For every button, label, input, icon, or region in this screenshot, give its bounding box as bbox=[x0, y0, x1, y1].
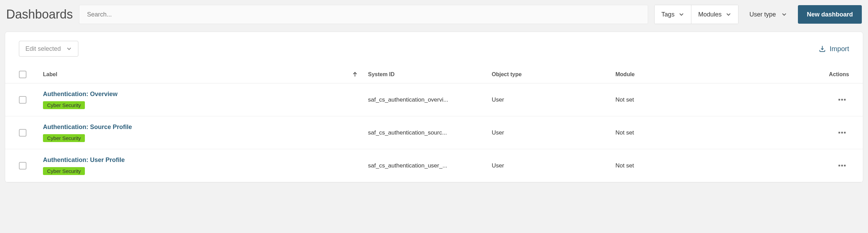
tags-filter[interactable]: Tags bbox=[655, 5, 691, 24]
table-row: Authentication: Overview Cyber Security … bbox=[5, 83, 863, 116]
card-toolbar: Edit selected Import bbox=[5, 41, 863, 66]
edit-selected-dropdown[interactable]: Edit selected bbox=[19, 41, 78, 57]
content-card: Edit selected Import Label System ID Obj… bbox=[5, 32, 863, 183]
col-system-id[interactable]: System ID bbox=[368, 71, 492, 78]
import-button[interactable]: Import bbox=[819, 45, 849, 53]
object-type-cell: User bbox=[492, 162, 615, 169]
chevron-down-icon bbox=[781, 12, 787, 17]
col-object-type[interactable]: Object type bbox=[492, 71, 615, 78]
row-checkbox[interactable] bbox=[19, 96, 26, 104]
user-type-label: User type bbox=[749, 11, 776, 18]
dashboard-link[interactable]: Authentication: Source Profile bbox=[43, 124, 132, 130]
dashboard-link[interactable]: Authentication: Overview bbox=[43, 91, 118, 97]
system-id-cell: saf_cs_authentication_overvi... bbox=[368, 96, 492, 103]
row-checkbox[interactable] bbox=[19, 129, 26, 137]
table-row: Authentication: Source Profile Cyber Sec… bbox=[5, 116, 863, 149]
module-cell: Not set bbox=[615, 96, 808, 103]
new-dashboard-button[interactable]: New dashboard bbox=[798, 5, 862, 24]
page-title: Dashboards bbox=[6, 7, 73, 22]
edit-selected-label: Edit selected bbox=[25, 45, 61, 53]
chevron-down-icon bbox=[726, 12, 731, 17]
col-module[interactable]: Module bbox=[615, 71, 808, 78]
modules-filter-label: Modules bbox=[698, 11, 722, 18]
dashboards-table: Label System ID Object type Module Actio… bbox=[5, 66, 863, 182]
system-id-cell: saf_cs_authentication_user_... bbox=[368, 162, 492, 169]
table-row: Authentication: User Profile Cyber Secur… bbox=[5, 149, 863, 182]
top-toolbar: Dashboards Tags Modules User type New da… bbox=[0, 0, 868, 32]
row-actions-button[interactable] bbox=[835, 161, 849, 170]
tag-badge: Cyber Security bbox=[43, 134, 85, 142]
table-header: Label System ID Object type Module Actio… bbox=[5, 66, 863, 83]
tags-filter-label: Tags bbox=[661, 11, 675, 18]
search-input[interactable] bbox=[87, 11, 640, 18]
col-label[interactable]: Label bbox=[43, 71, 57, 78]
filter-group: Tags Modules bbox=[654, 5, 738, 24]
row-actions-button[interactable] bbox=[835, 95, 849, 104]
col-actions: Actions bbox=[808, 71, 849, 78]
row-checkbox[interactable] bbox=[19, 162, 26, 170]
import-label: Import bbox=[830, 45, 849, 53]
import-icon bbox=[819, 45, 826, 53]
object-type-cell: User bbox=[492, 129, 615, 136]
row-actions-button[interactable] bbox=[835, 128, 849, 137]
system-id-cell: saf_cs_authentication_sourc... bbox=[368, 129, 492, 136]
chevron-down-icon bbox=[66, 46, 72, 51]
select-all-checkbox[interactable] bbox=[19, 71, 26, 78]
user-type-dropdown[interactable]: User type bbox=[745, 11, 792, 18]
tag-badge: Cyber Security bbox=[43, 167, 85, 175]
sort-asc-icon bbox=[352, 72, 358, 77]
search-wrapper bbox=[79, 5, 648, 24]
object-type-cell: User bbox=[492, 96, 615, 103]
tag-badge: Cyber Security bbox=[43, 101, 85, 109]
chevron-down-icon bbox=[679, 12, 684, 17]
module-cell: Not set bbox=[615, 162, 808, 169]
module-cell: Not set bbox=[615, 129, 808, 136]
dashboard-link[interactable]: Authentication: User Profile bbox=[43, 156, 125, 163]
modules-filter[interactable]: Modules bbox=[691, 5, 738, 24]
